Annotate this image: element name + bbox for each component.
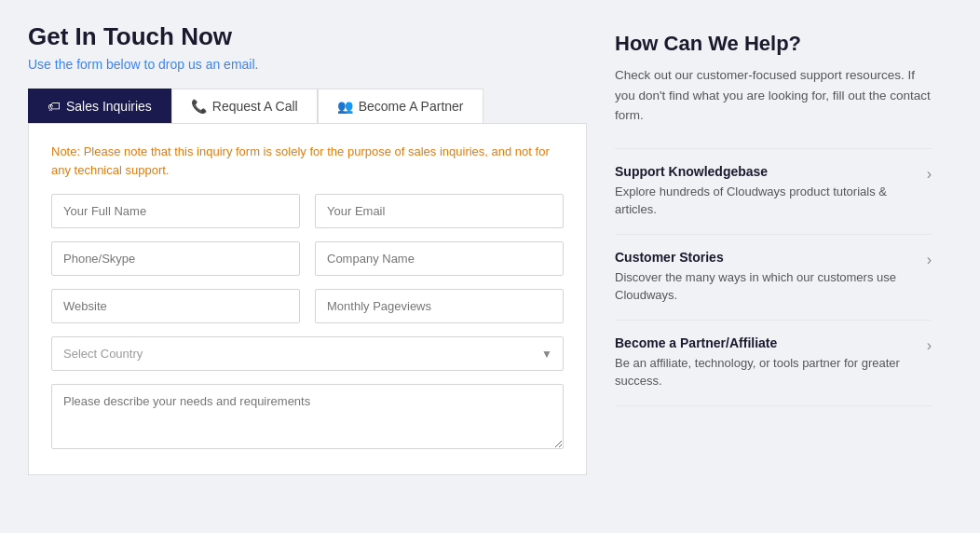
website-field: [51, 289, 300, 323]
help-title: How Can We Help?: [615, 32, 932, 56]
help-item-partner[interactable]: Become a Partner/Affiliate Be an affilia…: [615, 320, 932, 406]
message-field: [51, 384, 564, 452]
full-name-input[interactable]: [51, 194, 300, 228]
phone-icon: 📞: [191, 99, 207, 114]
company-field: [315, 241, 564, 276]
help-item-partner-content: Become a Partner/Affiliate Be an affilia…: [615, 335, 927, 390]
company-input[interactable]: [315, 241, 564, 276]
people-icon: 👥: [337, 99, 353, 114]
phone-field: [51, 241, 300, 276]
page-title: Get In Touch Now: [28, 22, 587, 51]
message-textarea[interactable]: [51, 384, 564, 449]
tag-icon: 🏷: [48, 99, 61, 114]
help-section: How Can We Help? Check out our customer-…: [615, 22, 932, 511]
pageviews-input[interactable]: [315, 289, 564, 323]
tab-call-label: Request A Call: [212, 99, 298, 114]
pageviews-field: [315, 289, 564, 323]
chevron-right-icon: ›: [927, 337, 932, 354]
help-item-partner-title: Become a Partner/Affiliate: [615, 335, 918, 350]
tab-sales-inquiries[interactable]: 🏷 Sales Inquiries: [28, 89, 171, 123]
form-row-1: [51, 194, 564, 228]
email-field: [315, 194, 564, 228]
help-item-knowledgebase-content: Support Knowledgebase Explore hundreds o…: [615, 164, 927, 219]
help-item-partner-desc: Be an affiliate, technology, or tools pa…: [615, 354, 918, 390]
help-item-stories-desc: Discover the many ways in which our cust…: [615, 268, 918, 305]
website-input[interactable]: [51, 289, 300, 323]
help-item-knowledgebase-desc: Explore hundreds of Cloudways product tu…: [615, 183, 918, 219]
help-item-stories[interactable]: Customer Stories Discover the many ways …: [615, 234, 932, 320]
help-description: Check out our customer-focused support r…: [615, 65, 932, 126]
country-select[interactable]: Select Country: [51, 336, 564, 371]
email-input[interactable]: [315, 194, 564, 228]
country-select-wrapper: Select Country ▼: [51, 336, 564, 371]
help-item-stories-content: Customer Stories Discover the many ways …: [615, 250, 927, 305]
chevron-right-icon: ›: [927, 166, 932, 183]
tabs-container: 🏷 Sales Inquiries 📞 Request A Call 👥 Bec…: [28, 89, 587, 123]
form-row-2: [51, 241, 564, 276]
help-item-stories-title: Customer Stories: [615, 250, 918, 265]
help-item-knowledgebase-title: Support Knowledgebase: [615, 164, 918, 179]
help-item-knowledgebase[interactable]: Support Knowledgebase Explore hundreds o…: [615, 148, 932, 234]
form-note: Note: Please note that this inquiry form…: [51, 143, 564, 179]
form-card: Note: Please note that this inquiry form…: [28, 123, 587, 475]
form-row-3: [51, 289, 564, 323]
tab-sales-label: Sales Inquiries: [66, 99, 152, 114]
tab-partner-label: Become A Partner: [359, 99, 464, 114]
tab-become-partner[interactable]: 👥 Become A Partner: [318, 89, 483, 123]
full-name-field: [51, 194, 300, 228]
page-subtitle: Use the form below to drop us an email.: [28, 57, 587, 72]
phone-input[interactable]: [51, 241, 300, 276]
tab-request-call[interactable]: 📞 Request A Call: [171, 89, 318, 123]
chevron-right-icon: ›: [927, 252, 932, 268]
